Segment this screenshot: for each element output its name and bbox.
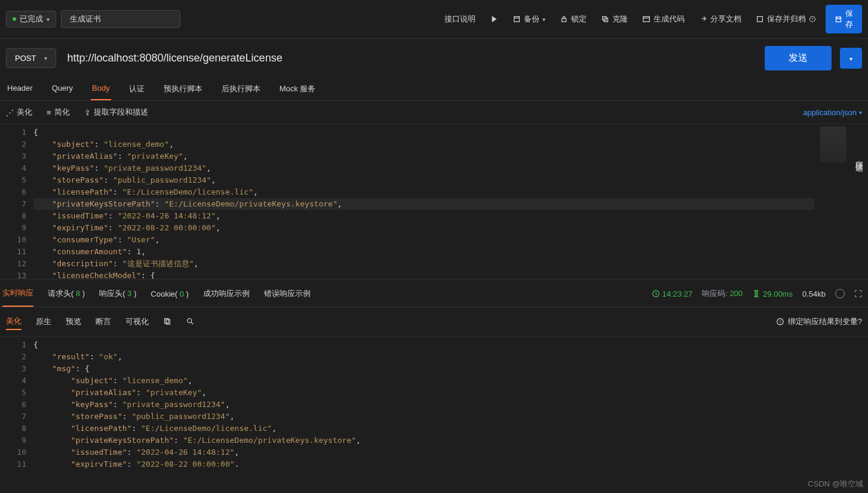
tab-success-example[interactable]: 成功响应示例 <box>203 288 250 306</box>
body-toolbar: ⋰美化 ≡简化 ⇪提取字段和描述 application/json▾ <box>0 101 868 124</box>
copy-button[interactable] <box>163 315 171 329</box>
resp-gutter: 1234567891011 <box>0 337 33 474</box>
svg-rect-5 <box>757 17 763 22</box>
run-button[interactable] <box>485 13 503 26</box>
response-time: 14:23:27 <box>652 289 693 298</box>
tab-query[interactable]: Query <box>51 78 74 100</box>
svg-text:?: ? <box>779 320 781 324</box>
save-icon <box>835 16 842 23</box>
save-button[interactable]: 保存 <box>826 5 862 33</box>
svg-rect-1 <box>562 19 566 21</box>
svg-rect-4 <box>643 17 650 22</box>
backup-icon <box>513 15 521 23</box>
globe-icon[interactable] <box>835 289 845 298</box>
search-button[interactable] <box>186 315 194 329</box>
tab-mock 服务[interactable]: Mock 服务 <box>278 78 317 100</box>
request-tabs: HeaderQueryBody认证预执行脚本后执行脚本Mock 服务 <box>0 78 868 101</box>
wand-icon: ⋰ <box>6 108 14 117</box>
svg-text:?: ? <box>811 17 814 21</box>
svg-point-12 <box>188 318 192 322</box>
upload-icon: ⇪ <box>84 108 91 117</box>
content-type-select[interactable]: application/json▾ <box>803 108 862 117</box>
extract-button[interactable]: ⇪提取字段和描述 <box>84 107 148 118</box>
search-icon <box>186 317 194 325</box>
simplify-button[interactable]: ≡简化 <box>47 107 70 118</box>
response-editor[interactable]: 1234567891011 { "result": "ok", "msg": {… <box>0 337 868 474</box>
response-meta: 14:23:27 响应码: 200 29.00ms 0.54kb ⛶ <box>652 288 862 306</box>
code-icon <box>642 15 651 23</box>
beautify-button[interactable]: ⋰美化 <box>6 107 32 118</box>
bind-var-link[interactable]: ?绑定响应结果到变量? <box>776 316 862 327</box>
resp-preview[interactable]: 预览 <box>66 314 81 329</box>
resp-visual[interactable]: 可视化 <box>125 314 149 329</box>
watermark: CSDN @唯空城 <box>808 479 863 489</box>
copy-icon <box>163 317 171 325</box>
expand-icon[interactable]: ⛶ <box>854 289 862 298</box>
status-label: 已完成 <box>20 14 43 24</box>
chevron-down-icon: ▾ <box>859 109 862 116</box>
lock-button[interactable]: 锁定 <box>555 11 591 27</box>
play-icon <box>490 15 498 23</box>
svg-rect-0 <box>514 17 520 22</box>
response-toolbar: 美化 原生 预览 断言 可视化 ?绑定响应结果到变量? <box>0 307 868 337</box>
minimap[interactable] <box>820 127 846 162</box>
tab-认证[interactable]: 认证 <box>128 78 146 100</box>
archive-icon <box>756 15 764 23</box>
tab-body[interactable]: Body <box>91 78 111 100</box>
status-dropdown[interactable]: 已完成 ▾ <box>6 11 56 27</box>
tab-header[interactable]: Header <box>6 78 34 100</box>
tab-resp-headers[interactable]: 响应头( 3 ) <box>99 288 136 306</box>
lock-icon <box>560 15 568 23</box>
clone-icon <box>601 15 609 23</box>
resp-assert[interactable]: 断言 <box>96 314 111 329</box>
response-duration: 29.00ms <box>752 289 793 298</box>
chevron-down-icon: ▾ <box>44 55 47 61</box>
send-button[interactable]: 发送 <box>765 46 832 70</box>
body-editor[interactable]: 12345678910111213 { "subject": "license_… <box>0 124 868 279</box>
tab-error-example[interactable]: 错误响应示例 <box>264 288 311 306</box>
help-icon: ? <box>809 16 816 23</box>
request-bar: POST ▾ 发送 ▾ <box>0 39 868 78</box>
help-icon: ? <box>776 318 784 326</box>
hourglass-icon <box>752 289 760 298</box>
chevron-down-icon: ▾ <box>47 16 50 23</box>
resp-code[interactable]: { "result": "ok", "msg": { "subject": "l… <box>33 337 868 474</box>
response-code: 响应码: 200 <box>702 288 743 299</box>
clone-button[interactable]: 克隆 <box>596 11 633 27</box>
gen-code-button[interactable]: 生成代码 <box>637 11 689 27</box>
backup-button[interactable]: 备份▾ <box>508 11 550 27</box>
save-archive-button[interactable]: 保存并归档? <box>751 11 821 27</box>
clock-icon <box>652 289 660 298</box>
resp-beautify[interactable]: 美化 <box>6 313 22 330</box>
share-doc-button[interactable]: 分享文档 <box>694 11 746 27</box>
url-input[interactable] <box>63 48 757 68</box>
list-icon: ≡ <box>47 108 51 117</box>
chevron-down-icon: ▾ <box>849 56 852 62</box>
method-select[interactable]: POST ▾ <box>6 48 56 68</box>
field-desc-toggle[interactable]: 字段描述 <box>850 148 868 165</box>
topbar: 已完成 ▾ 生成证书 接口说明 备份▾ 锁定 克隆 生成代码 分享文档 保存并归… <box>0 0 868 39</box>
body-code[interactable]: { "subject": "license_demo", "privateAli… <box>33 124 868 279</box>
tab-cookie[interactable]: Cookie( 0 ) <box>151 289 189 306</box>
response-tabs: 实时响应 请求头( 8 ) 响应头( 3 ) Cookie( 0 ) 成功响应示… <box>0 279 868 307</box>
resp-raw[interactable]: 原生 <box>36 314 51 329</box>
api-doc-link[interactable]: 接口说明 <box>440 11 480 27</box>
api-name-input[interactable]: 生成证书 <box>61 10 180 28</box>
status-dot-icon <box>13 17 16 21</box>
chevron-down-icon: ▾ <box>542 16 545 23</box>
response-size: 0.54kb <box>802 289 826 298</box>
tab-后执行脚本[interactable]: 后执行脚本 <box>220 78 262 100</box>
share-icon <box>699 15 707 23</box>
send-more-button[interactable]: ▾ <box>840 48 862 69</box>
tab-预执行脚本[interactable]: 预执行脚本 <box>162 78 204 100</box>
tab-realtime[interactable]: 实时响应 <box>2 288 33 307</box>
tab-req-headers[interactable]: 请求头( 8 ) <box>48 288 85 306</box>
body-gutter: 12345678910111213 <box>0 124 33 279</box>
